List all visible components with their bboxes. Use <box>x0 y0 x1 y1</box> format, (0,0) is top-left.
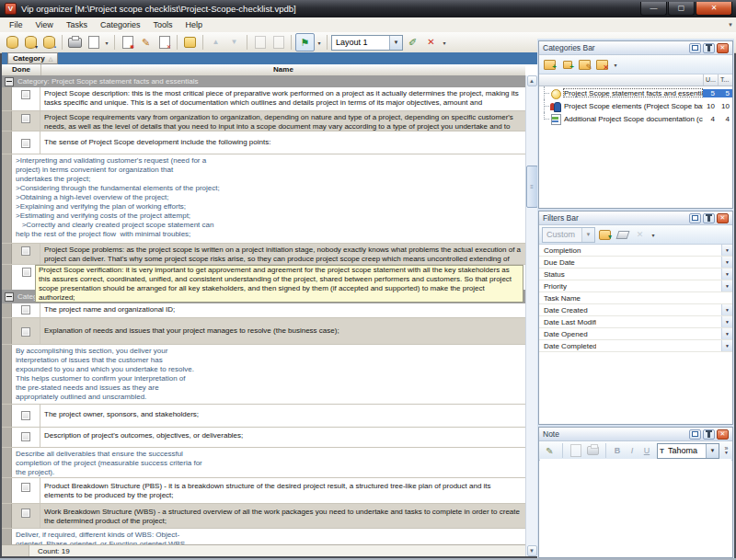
done-checkbox[interactable] <box>22 268 31 277</box>
filter-dropdown-button[interactable]: ▼ <box>721 245 732 256</box>
filters-overflow-icon[interactable]: ▾ <box>650 232 657 238</box>
layout-combo[interactable]: Layout 1 ▼ <box>331 35 403 51</box>
note-row[interactable]: Describe all deliverables that ensure th… <box>2 448 525 478</box>
note-toolbar-overflow[interactable]: »▼ <box>724 447 730 454</box>
done-checkbox[interactable] <box>21 432 30 441</box>
delete-task-button[interactable]: ✕ <box>155 34 173 51</box>
save-database-button[interactable]: ▪ <box>40 34 58 51</box>
filter-value-input[interactable] <box>596 269 721 280</box>
filter-dropdown-button[interactable]: ▼ <box>721 280 732 291</box>
task-row[interactable]: Project Scope problems: as the project s… <box>2 244 525 265</box>
note-preview-button[interactable] <box>568 443 583 458</box>
layout-overflow-icon[interactable]: ▾ <box>441 40 448 46</box>
underline-button[interactable]: U <box>640 446 653 455</box>
delete-layout-button[interactable]: ✕ <box>422 34 440 51</box>
print-preview-button[interactable] <box>85 34 102 51</box>
note-print-button[interactable] <box>585 443 601 458</box>
category-item[interactable]: Project Scope statement facts and essent… <box>539 86 732 99</box>
outdent-button[interactable] <box>270 34 287 51</box>
edit-category-button[interactable]: ✎ <box>577 57 592 72</box>
group-by-category-button[interactable]: Category △ <box>7 52 58 64</box>
move-up-button[interactable]: ▲ <box>207 34 224 51</box>
font-combo[interactable]: T Tahoma ▼ <box>657 443 719 459</box>
note-pin-button[interactable] <box>703 429 715 440</box>
filter-dropdown-button[interactable]: ▼ <box>721 340 732 351</box>
scroll-thumb[interactable]: ≡ <box>526 166 538 208</box>
menu-categories[interactable]: Categories <box>94 19 147 30</box>
done-checkbox[interactable] <box>21 114 30 123</box>
total-column-header[interactable]: T... <box>718 74 732 86</box>
filter-dropdown-button[interactable]: ▼ <box>721 304 732 315</box>
vertical-scrollbar[interactable]: ▲ ≡ ▼ <box>525 75 537 556</box>
filter-value-input[interactable] <box>596 316 721 327</box>
scroll-up-icon[interactable]: ▲ <box>527 75 537 86</box>
done-checkbox[interactable] <box>21 327 30 337</box>
maximize-button[interactable]: ▢ <box>668 2 695 16</box>
note-content[interactable] <box>540 459 731 556</box>
collapse-group-icon[interactable] <box>5 77 14 86</box>
filter-value-input[interactable] <box>596 257 721 268</box>
save-filter-button[interactable]: ▾ <box>597 227 613 242</box>
menu-overflow-icon[interactable]: ▼ <box>728 22 733 28</box>
filter-preset-dropdown[interactable]: ▼ <box>581 228 594 242</box>
task-row[interactable]: The sense of Project Scope development i… <box>2 131 525 154</box>
done-checkbox[interactable] <box>21 411 30 420</box>
menu-view[interactable]: View <box>29 19 60 30</box>
open-database-button[interactable]: ▾ <box>22 34 40 51</box>
task-row[interactable]: The project name and organizational ID; <box>2 303 525 318</box>
note-row[interactable]: >Interpreting and validating customer's … <box>2 154 525 244</box>
note-maximize-button[interactable] <box>689 429 701 440</box>
done-checkbox[interactable] <box>21 246 30 256</box>
filter-value-input[interactable] <box>596 245 721 256</box>
done-checkbox[interactable] <box>21 509 30 518</box>
done-checkbox[interactable] <box>21 483 30 492</box>
task-row[interactable]: Product Breakdown Structure (PBS) - it i… <box>2 478 525 504</box>
task-row[interactable]: Project Scope requirements vary from org… <box>2 111 525 131</box>
filter-value-input[interactable] <box>596 292 732 303</box>
filter-value-input[interactable] <box>596 328 721 339</box>
menu-file[interactable]: File <box>3 19 29 30</box>
category-item[interactable]: Project Scope elements (Project Scope ba… <box>539 99 732 112</box>
category-item[interactable]: Additional Project Scope documentation (… <box>539 112 732 125</box>
new-database-button[interactable] <box>4 34 21 51</box>
note-row[interactable]: By accomplishing this section, you deliv… <box>2 345 525 405</box>
note-row[interactable]: Deliver, if required, different kinds of… <box>2 529 525 545</box>
move-down-button[interactable]: ▼ <box>225 34 243 51</box>
categories-pin-button[interactable] <box>703 43 715 53</box>
italic-button[interactable]: I <box>626 446 638 455</box>
task-row[interactable]: Description of project's outcomes, objec… <box>2 428 525 448</box>
categories-overflow-icon[interactable]: ▾ <box>612 62 619 68</box>
close-button[interactable]: ✕ <box>696 2 732 16</box>
categories-maximize-button[interactable] <box>689 43 701 53</box>
add-subcategory-button[interactable]: + <box>559 57 575 72</box>
font-combo-dropdown[interactable]: ▼ <box>706 444 719 458</box>
remove-filter-button[interactable]: ✕ <box>632 227 648 242</box>
task-row[interactable]: Project Scope description: this is the m… <box>2 87 525 111</box>
task-row[interactable]: The project owner, sponsors, and stakeho… <box>2 405 525 428</box>
edit-task-button[interactable]: ✎ <box>137 34 155 51</box>
column-header-name[interactable]: Name <box>41 64 525 75</box>
done-checkbox[interactable] <box>21 90 30 99</box>
delete-category-button[interactable]: ✕ <box>594 57 610 72</box>
filter-dropdown-button[interactable]: ▼ <box>721 257 732 268</box>
assign-task-button[interactable] <box>181 34 199 51</box>
indent-button[interactable] <box>251 34 269 51</box>
new-task-button[interactable]: ✱ <box>119 34 136 51</box>
view-mode-button[interactable]: ⚑ <box>295 33 315 51</box>
note-close-button[interactable]: ✕ <box>717 429 729 440</box>
task-row[interactable]: Work Breakdown Structure (WBS) - a struc… <box>2 504 525 529</box>
filter-value-input[interactable] <box>596 280 721 291</box>
clear-filter-button[interactable] <box>615 227 630 242</box>
menu-tools[interactable]: Tools <box>146 19 178 30</box>
print-overflow-icon[interactable]: ▾ <box>103 40 110 46</box>
filter-value-input[interactable] <box>596 340 721 351</box>
menu-tasks[interactable]: Tasks <box>60 19 94 30</box>
filters-maximize-button[interactable] <box>689 213 701 223</box>
filter-value-input[interactable] <box>596 304 721 315</box>
filter-preset-combo[interactable]: Custom ▼ <box>542 227 595 243</box>
categories-close-button[interactable]: ✕ <box>717 43 729 53</box>
collapse-group-icon[interactable] <box>5 292 14 302</box>
edit-layout-button[interactable]: ✐ <box>404 34 421 51</box>
column-header-done[interactable]: Done <box>2 64 41 75</box>
view-overflow-icon[interactable]: ▾ <box>316 40 323 46</box>
